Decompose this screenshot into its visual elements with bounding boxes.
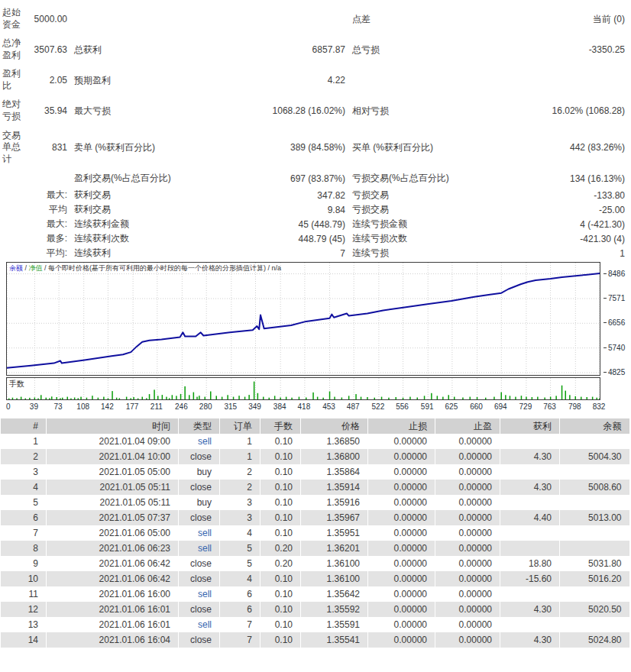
stat-label: 交易单总计 <box>0 130 28 166</box>
stat-value: 442 (83.26%) <box>510 142 625 153</box>
table-cell <box>500 495 560 510</box>
table-row: 92021.01.06 06:42close50.201.361000.0000… <box>1 556 629 571</box>
table-cell: 5024.80 <box>560 632 629 648</box>
table-cell: 7 <box>220 632 260 648</box>
stat-label: 预期盈利 <box>67 74 226 87</box>
table-cell: 9 <box>1 556 47 571</box>
stat-value: 9.84 <box>226 205 345 215</box>
table-cell: 0.10 <box>260 510 301 525</box>
table-cell: 7 <box>220 617 260 632</box>
stat-value: 3507.63 <box>28 44 67 55</box>
table-cell: 0.00000 <box>368 602 435 617</box>
stat-value: -421.30 (4) <box>510 234 625 244</box>
table-cell: 0.00000 <box>435 541 500 556</box>
table-cell: 1.36850 <box>301 434 368 449</box>
table-cell: 0.00000 <box>368 449 435 464</box>
y-axis-label: 7571 <box>603 294 625 302</box>
stat-label: 起始资金 <box>0 7 28 31</box>
table-cell: 2 <box>1 449 47 464</box>
stat-label: 买单 (%获利百分比) <box>345 141 510 154</box>
table-cell: sell <box>179 541 220 556</box>
x-axis-label: 177 <box>126 402 139 411</box>
table-header-cell: 价格 <box>301 418 368 434</box>
stat-label: 盈利交易(%占总百分比) <box>67 172 226 185</box>
stat-row: 平均获利交易9.84亏损交易-25.00 <box>0 202 631 217</box>
table-cell: 2 <box>220 464 260 480</box>
account-stats: 起始资金5000.00点差当前 (0)总净盈利3507.63总获利6857.87… <box>0 0 631 260</box>
y-axis-label: 4825 <box>603 368 625 376</box>
table-cell: 6 <box>220 586 260 602</box>
table-row: 102021.01.06 06:42close40.101.361000.000… <box>1 571 629 586</box>
table-cell: 2021.01.05 05:11 <box>47 495 179 510</box>
stat-label: 总获利 <box>67 44 226 57</box>
table-header-cell: 时间 <box>47 418 179 434</box>
x-axis-label: 798 <box>568 402 581 411</box>
table-cell: 4 <box>220 571 260 586</box>
table-cell: sell <box>179 434 220 449</box>
table-cell: 0.10 <box>260 449 301 464</box>
table-cell: 5008.60 <box>560 480 629 495</box>
table-row: 52021.01.05 05:11buy30.101.359160.000000… <box>1 495 629 510</box>
x-axis-label: 763 <box>543 402 556 411</box>
table-cell: 0.20 <box>260 541 301 556</box>
table-cell <box>500 541 560 556</box>
x-axis-label: 108 <box>76 402 89 411</box>
table-cell: buy <box>179 464 220 480</box>
table-cell <box>500 617 560 632</box>
volume-bars <box>7 378 600 399</box>
stat-label: 连续亏损金额 <box>345 218 510 231</box>
stat-row: 总净盈利3507.63总获利6857.87总亏损-3350.25 <box>0 34 631 65</box>
table-header-cell: 订单 <box>220 418 260 434</box>
stat-value: 4 (-421.30) <box>510 219 625 230</box>
table-cell: 2021.01.06 06:23 <box>47 541 179 556</box>
y-axis-labels: 84867571665657404825 <box>603 262 631 376</box>
table-cell: 6 <box>1 510 47 525</box>
table-cell: 0.00000 <box>435 525 500 541</box>
table-cell: 8 <box>1 541 47 556</box>
table-cell: 1.35642 <box>301 586 368 602</box>
x-axis-label: 625 <box>445 402 458 411</box>
table-cell: 0.00000 <box>435 632 500 648</box>
table-cell: -15.60 <box>500 571 560 586</box>
table-cell: close <box>179 449 220 464</box>
stat-row: 盈利比2.05预期盈利4.22 <box>0 65 631 95</box>
legend-separator: / <box>43 264 49 272</box>
table-cell: 2021.01.05 07:37 <box>47 510 179 525</box>
table-row: 32021.01.05 05:00buy20.101.358640.000000… <box>1 464 629 480</box>
x-axis-label: 349 <box>248 402 261 411</box>
table-row: 142021.01.06 16:04close70.101.355410.000… <box>1 632 629 648</box>
table-cell <box>560 617 629 632</box>
stat-label: 最大亏损 <box>67 105 226 118</box>
stat-row: 最多:连续获利次数448.79 (45)连续亏损次数-421.30 (4) <box>0 231 631 246</box>
table-cell: 18.80 <box>500 556 560 571</box>
stat-label: 连续获利 <box>67 247 226 260</box>
table-cell: 10 <box>1 571 47 586</box>
table-cell: 0.00000 <box>435 556 500 571</box>
table-cell: 1.35916 <box>301 495 368 510</box>
table-cell: 3 <box>220 495 260 510</box>
table-cell: 1.35541 <box>301 632 368 648</box>
table-cell: 1.35951 <box>301 525 368 541</box>
table-cell: 0.00000 <box>368 617 435 632</box>
stat-value: 448.79 (45) <box>226 234 345 244</box>
stat-label: 获利交易 <box>67 189 226 202</box>
table-cell: 1.35591 <box>301 617 368 632</box>
table-cell: 1.36100 <box>301 556 368 571</box>
table-cell: 4.30 <box>500 480 560 495</box>
legend-balance-label: 余额 <box>9 264 23 272</box>
table-cell: 1.35864 <box>301 464 368 480</box>
table-cell: 0.00000 <box>368 480 435 495</box>
table-cell: 0.00000 <box>435 495 500 510</box>
table-cell: 4.30 <box>500 632 560 648</box>
table-cell: 0.00000 <box>435 434 500 449</box>
x-axis-label: 729 <box>519 402 532 411</box>
stat-label: 连续获利金额 <box>67 218 226 231</box>
stat-label: 相对亏损 <box>345 105 510 118</box>
table-cell: 5 <box>220 556 260 571</box>
table-cell: 4.40 <box>500 510 560 525</box>
stat-label: 连续亏损 <box>345 247 510 260</box>
x-axis-label: 384 <box>273 402 286 411</box>
stat-value: 最大: <box>28 189 67 202</box>
stat-label: 亏损交易(%占总百分比) <box>345 172 510 185</box>
table-cell: close <box>179 480 220 495</box>
